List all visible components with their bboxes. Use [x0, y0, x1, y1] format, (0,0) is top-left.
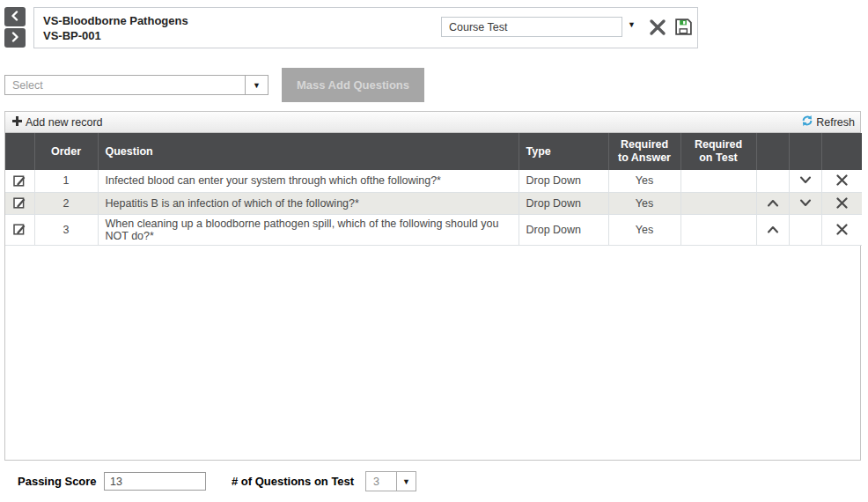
add-new-record-button[interactable]: Add new record — [12, 116, 103, 129]
chevron-left-icon — [11, 11, 19, 24]
col-header-order: Order — [34, 133, 98, 170]
passing-score-input[interactable] — [104, 472, 206, 491]
questions-on-test-dropdown[interactable]: 3 ▼ — [365, 471, 416, 491]
table-row: 1 Infected blood can enter your system t… — [5, 170, 862, 192]
edit-row-button[interactable] — [9, 194, 30, 211]
course-title-block: VS-Bloodborne Pathogens VS-BP-001 — [43, 13, 188, 43]
col-header-required-to-answer: Required to Answer — [608, 133, 680, 170]
save-button[interactable] — [673, 18, 693, 37]
course-title: VS-Bloodborne Pathogens — [43, 13, 188, 28]
edit-row-button[interactable] — [9, 172, 30, 189]
col-header-edit — [5, 133, 34, 170]
mass-add-questions-button[interactable]: Mass Add Questions — [282, 68, 424, 102]
questions-on-test-label: # of Questions on Test — [232, 475, 354, 488]
required-to-answer-cell: Yes — [608, 214, 680, 245]
order-cell: 2 — [34, 192, 98, 214]
next-record-button[interactable] — [4, 28, 26, 48]
chevron-right-icon — [11, 32, 19, 45]
delete-x-icon — [836, 225, 848, 238]
order-cell: 3 — [34, 214, 98, 245]
question-select-dropdown[interactable]: Select ▼ — [4, 75, 268, 95]
required-to-answer-cell: Yes — [608, 192, 680, 214]
required-on-test-cell — [680, 170, 756, 192]
refresh-button[interactable]: Refresh — [801, 114, 855, 129]
move-up-button[interactable] — [762, 223, 783, 236]
move-down-button[interactable] — [795, 173, 816, 187]
move-up-button[interactable] — [762, 196, 783, 210]
course-header-panel: VS-Bloodborne Pathogens VS-BP-001 Course… — [33, 7, 698, 48]
table-body: 1 Infected blood can enter your system t… — [5, 170, 862, 245]
test-type-value: Course Test — [449, 21, 507, 33]
col-header-delete — [821, 133, 862, 170]
delete-row-button[interactable] — [833, 196, 851, 210]
plus-icon — [12, 116, 22, 129]
col-header-move-up — [756, 133, 789, 170]
delete-x-icon — [836, 198, 848, 211]
edit-pencil-icon — [12, 225, 26, 239]
test-type-combobox[interactable]: Course Test — [441, 17, 622, 37]
delete-row-button[interactable] — [833, 222, 851, 237]
question-cell: When cleaning up a bloodborne pathogen s… — [98, 214, 519, 245]
edit-row-button[interactable] — [9, 220, 30, 238]
chevron-up-icon — [766, 224, 780, 237]
grid-toolbar: Add new record Refresh — [5, 112, 860, 133]
test-type-dropdown-arrow-icon[interactable]: ▼ — [628, 20, 636, 29]
type-cell: Drop Down — [519, 170, 608, 192]
type-cell: Drop Down — [519, 214, 608, 245]
required-on-test-cell — [680, 214, 756, 245]
delete-x-icon — [836, 175, 848, 188]
edit-pencil-icon — [12, 177, 26, 190]
table-row: 3 When cleaning up a bloodborne pathogen… — [5, 214, 862, 245]
type-cell: Drop Down — [519, 192, 608, 214]
questions-on-test-value: 3 — [366, 472, 396, 491]
passing-score-label: Passing Score — [18, 475, 97, 488]
edit-pencil-icon — [12, 199, 26, 212]
delete-row-button[interactable] — [833, 173, 851, 188]
order-cell: 1 — [34, 170, 98, 192]
cancel-button[interactable] — [648, 18, 667, 38]
refresh-label: Refresh — [816, 116, 855, 129]
select-dropdown-arrow-icon: ▼ — [245, 76, 268, 94]
page: VS-Bloodborne Pathogens VS-BP-001 Course… — [0, 0, 868, 502]
close-icon — [649, 26, 666, 39]
table-header-row: Order Question Type Required to Answer R… — [5, 133, 862, 170]
add-new-record-label: Add new record — [26, 116, 103, 129]
record-nav — [4, 7, 26, 49]
course-code: VS-BP-001 — [43, 28, 188, 43]
question-cell: Infected blood can enter your system thr… — [98, 170, 519, 192]
questions-grid: Add new record Refresh — [4, 111, 861, 461]
table-row: 2 Hepatitis B is an infection of which o… — [5, 192, 862, 214]
required-on-test-cell — [680, 192, 756, 214]
refresh-icon — [801, 114, 813, 129]
col-header-move-down — [789, 133, 821, 170]
previous-record-button[interactable] — [4, 7, 26, 26]
chevron-down-icon — [798, 197, 813, 210]
col-header-question: Question — [98, 133, 519, 170]
questions-on-test-arrow-icon: ▼ — [396, 472, 416, 491]
save-icon — [674, 26, 693, 39]
required-to-answer-cell: Yes — [608, 170, 680, 192]
chevron-up-icon — [766, 197, 780, 210]
question-select-placeholder: Select — [5, 76, 245, 94]
chevron-down-icon — [798, 174, 813, 188]
col-header-type: Type — [519, 133, 608, 170]
move-down-button[interactable] — [795, 196, 816, 210]
questions-table: Order Question Type Required to Answer R… — [5, 133, 862, 246]
question-cell: Hepatitis B is an infection of which of … — [98, 192, 519, 214]
col-header-required-on-test: Required on Test — [680, 133, 756, 170]
